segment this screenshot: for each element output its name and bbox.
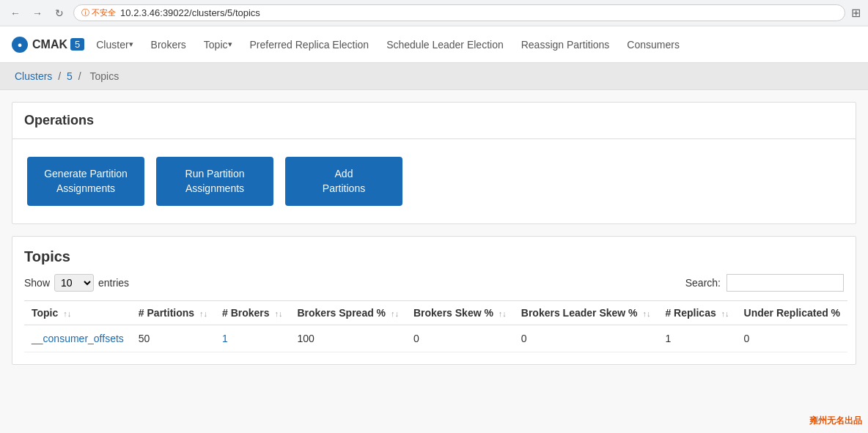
translate-icon[interactable]: ⊞ (851, 6, 861, 20)
topic-link[interactable]: __consumer_offsets (32, 333, 124, 344)
nav-consumers[interactable]: Consumers (618, 26, 688, 63)
security-icon: ⓘ 不安全 (81, 7, 116, 18)
cell-brokers-leader-skew: 0 (514, 325, 658, 352)
search-box: Search: (685, 274, 844, 292)
col-partitions[interactable]: # Partitions ↑↓ (131, 301, 215, 325)
breadcrumb: Clusters / 5 / Topics (0, 63, 868, 90)
cell-partitions: 50 (131, 325, 215, 352)
col-replicas[interactable]: # Replicas ↑↓ (658, 301, 736, 325)
nav-preferred-replica-election[interactable]: Preferred Replica Election (241, 26, 378, 63)
breadcrumb-clusters[interactable]: Clusters (15, 70, 52, 82)
cluster-badge: 5 (70, 38, 84, 51)
breadcrumb-topics: Topics (90, 70, 119, 82)
logo-icon: ● (12, 37, 28, 53)
col-brokers-spread[interactable]: Brokers Spread % ↑↓ (290, 301, 406, 325)
entries-select[interactable]: 10 25 50 100 (54, 274, 94, 292)
col-topic[interactable]: Topic ↑↓ (24, 301, 131, 325)
nav-reassign-partitions[interactable]: Reassign Partitions (512, 26, 619, 63)
entries-label: entries (98, 277, 129, 289)
table-header: Topic ↑↓ # Partitions ↑↓ # Brokers ↑↓ Br… (24, 301, 847, 325)
nav-schedule-leader-election[interactable]: Schedule Leader Election (378, 26, 512, 63)
add-partitions-button[interactable]: AddPartitions (285, 157, 402, 206)
topics-section: Topics Show 10 25 50 100 entries Search:… (12, 236, 856, 365)
back-button[interactable]: ← (7, 5, 23, 21)
table-controls: Show 10 25 50 100 entries Search: (24, 274, 844, 292)
generate-partition-assignments-button[interactable]: Generate PartitionAssignments (27, 157, 144, 206)
topics-title: Topics (24, 248, 844, 265)
search-input[interactable] (727, 274, 844, 292)
run-partition-assignments-button[interactable]: Run PartitionAssignments (156, 157, 273, 206)
topics-table: Topic ↑↓ # Partitions ↑↓ # Brokers ↑↓ Br… (24, 300, 847, 352)
search-label: Search: (685, 277, 721, 289)
cell-replicas: 1 (658, 325, 736, 352)
breadcrumb-sep-2: / (78, 70, 84, 82)
col-brokers-leader-skew[interactable]: Brokers Leader Skew % ↑↓ (514, 301, 658, 325)
nav-cluster[interactable]: Cluster (87, 26, 141, 63)
breadcrumb-cluster-id[interactable]: 5 (67, 70, 73, 82)
col-under-replicated[interactable]: Under Replicated % (737, 301, 847, 325)
table-body: __consumer_offsets 50 1 100 0 0 1 0 (24, 325, 847, 352)
forward-button[interactable]: → (29, 5, 45, 21)
app-logo: ● CMAK (12, 37, 67, 53)
cell-under-replicated: 0 (737, 325, 847, 352)
refresh-button[interactable]: ↻ (51, 5, 67, 21)
brokers-link[interactable]: 1 (222, 333, 228, 344)
show-label: Show (24, 277, 50, 289)
table-header-row: Topic ↑↓ # Partitions ↑↓ # Brokers ↑↓ Br… (24, 301, 847, 325)
cell-brokers: 1 (215, 325, 290, 352)
cell-brokers-skew: 0 (406, 325, 514, 352)
col-brokers-skew[interactable]: Brokers Skew % ↑↓ (406, 301, 514, 325)
nav-topic[interactable]: Topic (195, 26, 241, 63)
cell-brokers-spread: 100 (290, 325, 406, 352)
app-header: ● CMAK 5 Cluster Brokers Topic Preferred… (0, 26, 868, 63)
browser-chrome: ← → ↻ ⓘ 不安全 10.2.3.46:39022/clusters/5/t… (0, 0, 868, 26)
operations-buttons: Generate PartitionAssignments Run Partit… (12, 139, 856, 223)
nav-brokers[interactable]: Brokers (142, 26, 195, 63)
operations-title: Operations (12, 103, 856, 139)
table-row: __consumer_offsets 50 1 100 0 0 1 0 (24, 325, 847, 352)
breadcrumb-sep-1: / (58, 70, 64, 82)
operations-section: Operations Generate PartitionAssignments… (12, 102, 856, 224)
show-entries-control: Show 10 25 50 100 entries (24, 274, 129, 292)
url-text: 10.2.3.46:39022/clusters/5/topics (120, 7, 260, 18)
col-brokers[interactable]: # Brokers ↑↓ (215, 301, 290, 325)
cell-topic: __consumer_offsets (24, 325, 131, 352)
logo-text: CMAK (32, 38, 67, 51)
address-bar[interactable]: ⓘ 不安全 10.2.3.46:39022/clusters/5/topics (73, 4, 845, 21)
